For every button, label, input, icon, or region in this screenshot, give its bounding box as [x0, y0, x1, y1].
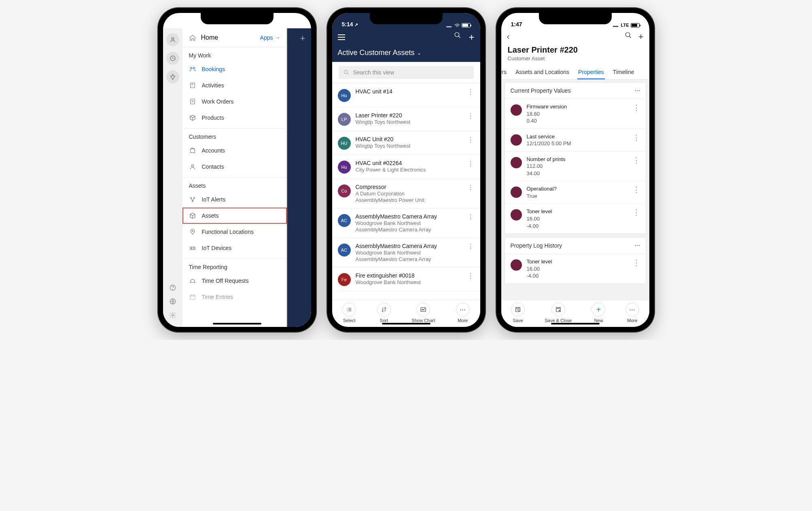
save-close-button[interactable]: Save & Close: [545, 303, 572, 323]
select-button[interactable]: Select: [342, 303, 356, 323]
nav-bookings[interactable]: Bookings: [182, 61, 287, 77]
add-icon[interactable]: +: [469, 32, 474, 43]
svg-point-11: [191, 165, 193, 167]
menu-icon[interactable]: [338, 34, 345, 40]
sort-button[interactable]: Sort: [377, 303, 391, 323]
svg-point-14: [192, 201, 193, 202]
svg-point-5: [172, 314, 174, 316]
search-icon[interactable]: [454, 32, 461, 43]
nav-iot-alerts[interactable]: IoT Alerts: [182, 191, 287, 208]
apps-link[interactable]: Apps →: [260, 34, 280, 41]
card-history: Property Log History⋯ Toner level16.00-4…: [505, 237, 646, 284]
nav-activities[interactable]: Activities: [182, 77, 287, 93]
more-button[interactable]: ⋯More: [625, 303, 639, 323]
asset-badge: LP: [338, 113, 351, 126]
nav-products[interactable]: Products: [182, 110, 287, 126]
nav-contacts[interactable]: Contacts: [182, 159, 287, 175]
asset-row[interactable]: HU HVAC Unit #20Wingtip Toys Northwest ⋮: [332, 131, 480, 155]
asset-list[interactable]: Hu HVAC unit #14 ⋮LP Laser Printer #220W…: [332, 83, 480, 300]
property-row[interactable]: Number of prints112.0034.00 ⋮: [505, 151, 646, 181]
timeoff-icon: [189, 278, 196, 284]
more-button[interactable]: ⋯More: [456, 303, 470, 323]
section-assets: Assets: [182, 178, 287, 191]
row-more-icon[interactable]: ⋮: [466, 112, 475, 120]
nav-workorders[interactable]: Work Orders: [182, 93, 287, 110]
card-more-icon[interactable]: ⋯: [634, 87, 640, 94]
nav-functional-locations[interactable]: Functional Locations: [182, 224, 287, 240]
show-chart-button[interactable]: Show Chart: [412, 303, 435, 323]
row-more-icon[interactable]: ⋮: [466, 88, 475, 96]
assets-icon: [189, 212, 196, 219]
pin-icon[interactable]: [166, 70, 179, 83]
row-more-icon[interactable]: ⋮: [633, 133, 640, 142]
row-more-icon[interactable]: ⋮: [633, 103, 640, 112]
plus-icon[interactable]: +: [295, 28, 311, 49]
save-button[interactable]: Save: [511, 303, 525, 323]
nav-time-off[interactable]: Time Off Requests: [182, 273, 287, 289]
accounts-icon: [189, 147, 196, 154]
property-row[interactable]: Toner level16.00-4.00 ⋮: [505, 254, 646, 284]
nav-time-entries[interactable]: Time Entries: [182, 289, 287, 305]
asset-badge: AC: [338, 244, 351, 257]
tab-timeline[interactable]: Timeline: [612, 66, 635, 79]
tab-properties[interactable]: Properties: [577, 66, 605, 79]
property-row[interactable]: Firmware version18.600.40 ⋮: [505, 99, 646, 129]
svg-point-7: [193, 67, 195, 69]
property-dot-icon: [511, 134, 522, 146]
search-input[interactable]: Search this view: [339, 66, 474, 79]
nav-home[interactable]: Home: [201, 34, 218, 41]
svg-point-0: [172, 38, 174, 40]
gear-icon[interactable]: [169, 312, 176, 320]
new-button[interactable]: +New: [592, 303, 605, 323]
property-dot-icon: [511, 157, 522, 168]
search-icon[interactable]: [625, 32, 632, 42]
asset-row[interactable]: Fe Fire extinguisher #0018Woodgrove Bank…: [332, 267, 480, 291]
asset-row[interactable]: LP Laser Printer #220Wingtip Toys Northw…: [332, 107, 480, 131]
home-indicator[interactable]: [551, 323, 600, 324]
row-more-icon[interactable]: ⋮: [633, 208, 640, 217]
nav-iot-devices[interactable]: IoT Devices: [182, 240, 287, 256]
svg-rect-18: [190, 295, 195, 299]
row-more-icon[interactable]: ⋮: [466, 184, 475, 191]
view-title[interactable]: Active Customer Assets ⌄: [338, 49, 475, 57]
asset-row[interactable]: AC AssemblyMaestro Camera ArrayWoodgrove…: [332, 208, 480, 238]
card-more-icon[interactable]: ⋯: [634, 242, 640, 249]
row-more-icon[interactable]: ⋮: [466, 136, 475, 144]
row-more-icon[interactable]: ⋮: [466, 272, 475, 280]
asset-row[interactable]: Hu HVAC unit #02264City Power & Light El…: [332, 155, 480, 179]
globe-icon[interactable]: [169, 298, 176, 307]
row-more-icon[interactable]: ⋮: [466, 213, 475, 221]
asset-badge: AC: [338, 214, 351, 227]
asset-row[interactable]: AC AssemblyMaestro Camera ArrayWoodgrove…: [332, 238, 480, 267]
bookings-icon: [189, 66, 196, 72]
nav-accounts[interactable]: Accounts: [182, 142, 287, 159]
asset-row[interactable]: Co CompressorA Datum CorporationAssembly…: [332, 179, 480, 208]
tab-assets-locations[interactable]: Assets and Locations: [515, 66, 570, 79]
home-indicator[interactable]: [382, 323, 430, 324]
home-indicator[interactable]: [213, 323, 261, 324]
svg-rect-9: [190, 99, 195, 104]
section-my-work: My Work: [182, 47, 287, 61]
nav-assets[interactable]: Assets: [182, 208, 287, 224]
svg-point-22: [625, 32, 630, 37]
property-row[interactable]: Operational?True ⋮: [505, 181, 646, 204]
row-more-icon[interactable]: ⋮: [466, 243, 475, 250]
iot-devices-icon: [189, 245, 196, 251]
recent-icon[interactable]: [166, 52, 179, 65]
left-rail: [163, 28, 182, 327]
property-row[interactable]: Toner level16.00-4.00 ⋮: [505, 204, 646, 233]
row-more-icon[interactable]: ⋮: [633, 258, 640, 267]
asset-badge: HU: [338, 137, 351, 150]
help-icon[interactable]: [169, 284, 176, 293]
svg-point-19: [455, 32, 460, 37]
row-more-icon[interactable]: ⋮: [466, 160, 475, 168]
row-more-icon[interactable]: ⋮: [633, 156, 640, 165]
add-icon[interactable]: +: [638, 32, 644, 42]
row-more-icon[interactable]: ⋮: [633, 185, 640, 194]
tab-cut[interactable]: ers: [501, 66, 507, 79]
asset-row[interactable]: Hu HVAC unit #14 ⋮: [332, 83, 480, 107]
profile-icon[interactable]: [166, 33, 179, 46]
back-icon[interactable]: ‹: [507, 32, 510, 42]
property-row[interactable]: Last service12/1/2020 5:00 PM ⋮: [505, 129, 646, 151]
products-icon: [189, 114, 196, 121]
